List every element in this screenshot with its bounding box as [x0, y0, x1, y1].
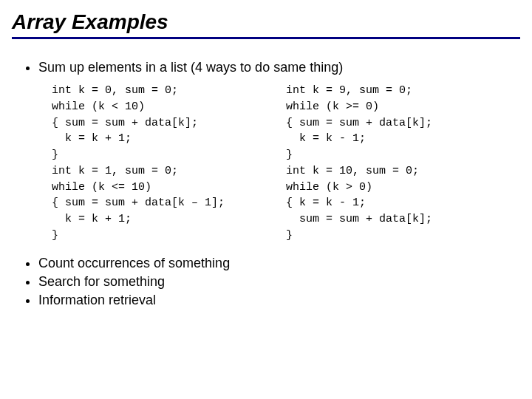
code-column-left: int k = 0, sum = 0; while (k < 10) { sum…	[52, 83, 286, 244]
bullet-search: Search for something	[38, 274, 520, 290]
bullet-sum-up: Sum up elements in a list (4 ways to do …	[38, 60, 520, 75]
bullet-count: Count occurrences of something	[38, 256, 520, 271]
bullet-text: Count occurrences of something	[38, 256, 230, 270]
bullet-info: Information retrieval	[38, 293, 520, 308]
bullet-text: Information retrieval	[38, 293, 156, 307]
bullet-list: Sum up elements in a list (4 ways to do …	[12, 60, 520, 75]
bullet-text: Search for something	[38, 274, 165, 289]
bullet-list-lower: Count occurrences of something Search fo…	[12, 256, 520, 308]
code-column-right: int k = 9, sum = 0; while (k >= 0) { sum…	[286, 83, 520, 244]
bullet-text: Sum up elements in a list (4 ways to do …	[38, 60, 343, 75]
code-block-row: int k = 0, sum = 0; while (k < 10) { sum…	[52, 83, 520, 244]
title-underline	[12, 37, 520, 39]
slide: Array Examples Sum up elements in a list…	[0, 0, 532, 399]
slide-title: Array Examples	[12, 10, 520, 34]
slide-body: Sum up elements in a list (4 ways to do …	[12, 60, 520, 308]
